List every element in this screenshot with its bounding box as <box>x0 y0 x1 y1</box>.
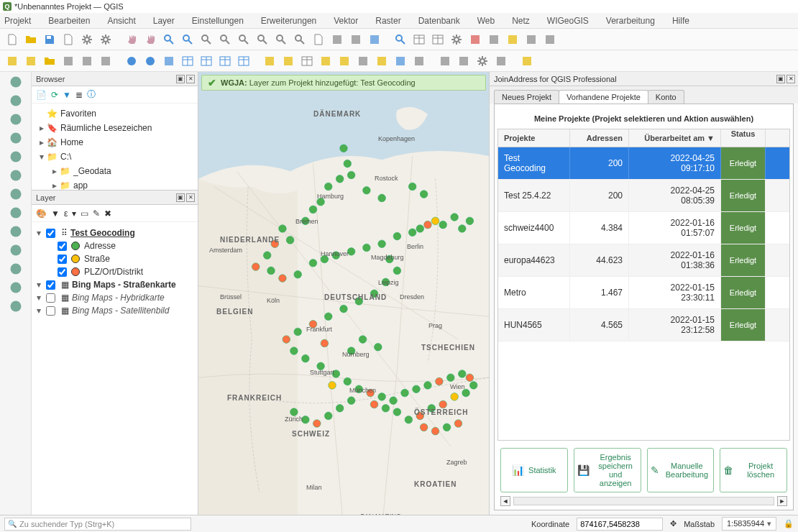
measure-button[interactable] <box>523 32 539 47</box>
action-statistik[interactable]: 📊Statistik <box>500 448 568 492</box>
open-project-button[interactable] <box>23 32 39 47</box>
grid3-button[interactable] <box>217 53 233 69</box>
map-point[interactable] <box>416 412 424 420</box>
db1-button[interactable] <box>437 53 453 69</box>
menu-hilfe[interactable]: Hilfe <box>672 16 689 26</box>
map-point[interactable] <box>340 145 348 152</box>
map-point[interactable] <box>336 175 344 183</box>
map-point[interactable] <box>271 240 279 248</box>
left-virtual-button[interactable] <box>9 299 23 313</box>
map-point[interactable] <box>451 214 459 221</box>
zoom-next-button[interactable] <box>292 32 308 47</box>
map-point[interactable] <box>378 194 386 202</box>
coord-input[interactable] <box>577 518 663 531</box>
table-row[interactable]: Test 25.4.222002022-04-25 08:05:39Erledi… <box>498 180 789 212</box>
plugin3-button[interactable] <box>299 53 315 69</box>
identify-button[interactable] <box>393 32 408 47</box>
map-point[interactable] <box>347 347 355 355</box>
panel-dock-icon[interactable]: ▣ <box>776 75 785 83</box>
scale-selector[interactable]: 1:5835944 <box>722 517 776 531</box>
map-point[interactable] <box>302 416 310 423</box>
map-point[interactable] <box>385 255 393 263</box>
map-point[interactable] <box>469 382 477 390</box>
map-point[interactable] <box>290 347 298 355</box>
new-project-button[interactable] <box>4 32 20 47</box>
browser-item[interactable]: ⭐Favoriten <box>33 106 196 121</box>
map-point[interactable] <box>390 397 398 405</box>
map-point[interactable] <box>267 267 275 275</box>
map-point[interactable] <box>447 374 455 382</box>
plugin6-button[interactable] <box>355 53 371 69</box>
layer-visibility-checkbox[interactable] <box>46 293 55 303</box>
map-point[interactable] <box>263 252 271 260</box>
add-feature-button[interactable] <box>42 53 58 69</box>
plugin5-button[interactable] <box>336 53 352 69</box>
map-canvas[interactable]: ✔ WGJA: Layer zum Projekt hinzugefügt: T… <box>198 72 489 515</box>
map-point[interactable] <box>355 385 363 393</box>
open-table-button[interactable] <box>411 32 427 47</box>
map-point[interactable] <box>317 198 325 206</box>
map-point[interactable] <box>347 397 355 405</box>
show-bookmarks-button[interactable] <box>142 53 158 69</box>
delete-button[interactable] <box>98 53 114 69</box>
layer-visibility-checkbox[interactable] <box>46 229 55 238</box>
reload-button[interactable] <box>367 32 382 47</box>
layer-group[interactable]: ▾⠿Test Geocoding <box>35 226 195 239</box>
map-point[interactable] <box>454 420 462 428</box>
lock-icon[interactable]: 🔒 <box>784 519 794 528</box>
map-point[interactable] <box>332 252 340 260</box>
layer-visibility-checkbox[interactable] <box>58 254 67 264</box>
browser-item[interactable]: ▸📁_Geodata <box>33 164 196 178</box>
action-manuelle[interactable]: ✎Manuelle Bearbeitung <box>647 448 715 492</box>
layer-style-icon[interactable]: 🎨 <box>36 208 47 219</box>
map-point[interactable] <box>313 420 321 428</box>
browser-item[interactable]: ▾📁C:\ <box>33 150 196 164</box>
node-tool-button[interactable] <box>79 53 95 69</box>
map-point[interactable] <box>451 393 459 401</box>
map-point[interactable] <box>321 255 329 263</box>
col-addresses[interactable]: Adressen <box>570 129 629 147</box>
layer-group[interactable]: ▾▦Bing Maps - Hybridkarte <box>35 291 195 304</box>
grid1-button[interactable] <box>180 53 196 69</box>
tab-neues-projekt[interactable]: Neues Projekt <box>494 90 559 104</box>
pan-selection-button[interactable] <box>142 32 158 47</box>
map-point[interactable] <box>431 427 439 435</box>
map-point[interactable] <box>336 404 344 412</box>
layer-filter-icon[interactable]: ▼ <box>51 208 60 219</box>
map-point[interactable] <box>290 408 298 416</box>
map-point[interactable] <box>302 354 310 362</box>
map-point[interactable] <box>439 221 447 229</box>
map-point[interactable] <box>370 400 378 408</box>
map-point[interactable] <box>401 389 409 397</box>
map-point[interactable] <box>462 389 470 397</box>
edit-toggle-button[interactable] <box>4 53 20 69</box>
map-point[interactable] <box>424 221 432 229</box>
map-point[interactable] <box>344 160 352 168</box>
stats-button[interactable] <box>486 32 502 47</box>
tab-konto[interactable]: Konto <box>648 90 684 104</box>
zoom-out-button[interactable] <box>180 32 196 47</box>
db3-button[interactable] <box>474 53 490 69</box>
menu-einstellungen[interactable]: Einstellungen <box>192 16 244 26</box>
zoom-native-button[interactable] <box>254 32 270 47</box>
scroll-right-arrow[interactable]: ► <box>777 496 787 506</box>
zoom-last-button[interactable] <box>273 32 289 47</box>
map-point[interactable] <box>431 217 439 225</box>
zoom-selection-button[interactable] <box>217 32 233 47</box>
layer-tree[interactable]: ▾⠿Test GeocodingAdresseStraßePLZ/Ort/Dis… <box>32 222 198 321</box>
browser-item[interactable]: ▸📁app <box>33 178 196 190</box>
map-point[interactable] <box>340 305 348 313</box>
map-point[interactable] <box>375 343 382 351</box>
map-point[interactable] <box>439 400 447 408</box>
pan-button[interactable] <box>124 32 139 47</box>
plugin4-button[interactable] <box>318 53 334 69</box>
map-point[interactable] <box>466 217 474 225</box>
left-raster-button[interactable] <box>9 93 23 108</box>
layer-visibility-checkbox[interactable] <box>58 242 67 251</box>
left-wfs-button[interactable] <box>9 262 23 276</box>
panel-close-icon[interactable]: ✕ <box>186 193 195 202</box>
map-point[interactable] <box>436 377 444 385</box>
map-point[interactable] <box>279 275 287 283</box>
plugin8-button[interactable] <box>393 53 408 69</box>
zoom-full-button[interactable] <box>198 32 214 47</box>
